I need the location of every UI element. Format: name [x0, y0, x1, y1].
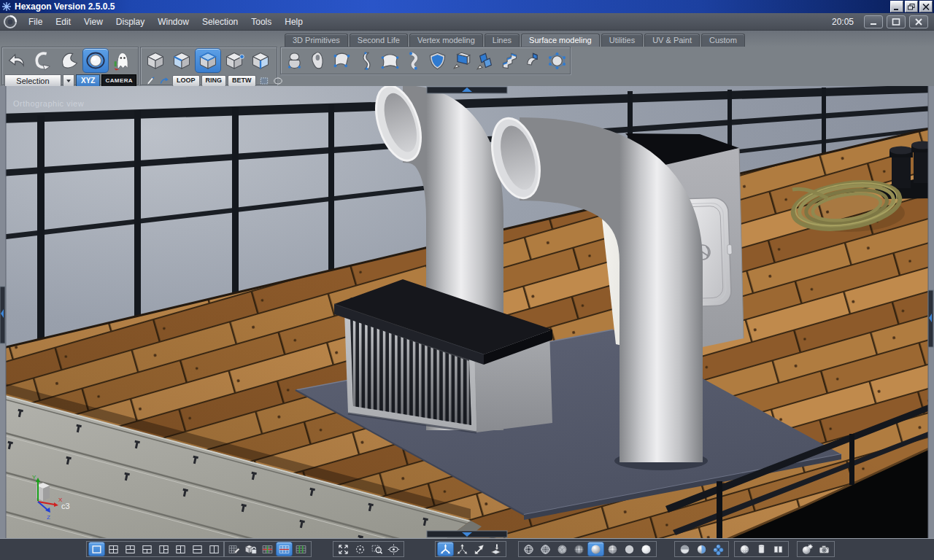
layout-two-left-button[interactable]: [172, 542, 189, 556]
smoothing-button[interactable]: [282, 48, 306, 73]
redo-arrow-button[interactable]: [30, 48, 56, 73]
titlebar-minimize-button[interactable]: [890, 1, 903, 12]
select-betw[interactable]: BETW: [228, 75, 256, 87]
sphere-wire-button[interactable]: [520, 542, 537, 556]
cube-point-mode-button[interactable]: [221, 48, 247, 73]
hide-ghost-button[interactable]: [109, 48, 135, 73]
tab-second-life[interactable]: Second Life: [350, 34, 408, 47]
move-tool-button[interactable]: [454, 542, 471, 556]
sphere-smooth-wire-button[interactable]: [604, 542, 621, 556]
cube-edge-mode-button[interactable]: [169, 48, 195, 73]
select-ring[interactable]: RING: [201, 75, 227, 87]
app-icon: [2, 2, 11, 11]
scene-canvas[interactable]: Y X Z c3 Orthographic view: [0, 86, 934, 538]
sphere-facet-wire-button[interactable]: [571, 542, 587, 556]
offset-stairs-button[interactable]: [498, 48, 522, 73]
tab-3d-primitives[interactable]: 3D Primitives: [285, 34, 348, 47]
tab-custom[interactable]: Custom: [701, 34, 745, 47]
layout-two-bottom-button[interactable]: [139, 542, 155, 556]
viewport-3d[interactable]: Y X Z c3 Orthographic view: [0, 86, 934, 538]
menu-file[interactable]: File: [22, 15, 49, 28]
sphere-select-button[interactable]: [82, 48, 109, 73]
drawer-handle-right[interactable]: [928, 290, 933, 347]
undo-arrow-button[interactable]: [4, 48, 30, 73]
sweep-profile-button[interactable]: [522, 48, 546, 73]
menu-tools[interactable]: Tools: [244, 15, 278, 28]
coons-surface-button[interactable]: [378, 48, 402, 73]
cube-object-mode-button[interactable]: [142, 48, 169, 73]
center-selection-button[interactable]: [352, 542, 368, 556]
marquee-ellipse-button[interactable]: [271, 74, 285, 87]
half-sphere-button[interactable]: [676, 542, 693, 556]
grid-xz-button[interactable]: [276, 542, 293, 556]
drop-tool-button[interactable]: [487, 542, 504, 556]
workspace-close-button[interactable]: [909, 15, 928, 28]
sphere-smooth-button[interactable]: [587, 542, 604, 556]
tab-surface-modeling[interactable]: Surface modeling: [521, 34, 600, 47]
grid-box-lock-button[interactable]: [242, 542, 259, 556]
thickness-button[interactable]: [306, 48, 331, 73]
cube-face-mode-button[interactable]: [195, 48, 221, 73]
gordon-surface-button[interactable]: [402, 48, 426, 73]
menu-display[interactable]: Display: [109, 15, 151, 28]
lasso-select-button[interactable]: [56, 48, 82, 73]
menu-edit[interactable]: Edit: [49, 15, 77, 28]
grow-selection-button[interactable]: [157, 74, 171, 87]
drawer-handle-bottom[interactable]: [427, 531, 507, 537]
scale-tool-button[interactable]: [471, 542, 487, 556]
layout-single-button[interactable]: [88, 542, 105, 556]
show-solid-button[interactable]: [753, 542, 770, 556]
look-at-button[interactable]: [385, 542, 402, 556]
camera-manipulator-button[interactable]: CAMERA: [101, 74, 136, 87]
grid-yz-button[interactable]: [293, 542, 309, 556]
cube-loop-mode-button[interactable]: [247, 48, 274, 73]
grid-xy-button[interactable]: [259, 542, 276, 556]
grid-edit-button[interactable]: [225, 542, 242, 556]
workspace-minimize-button[interactable]: [864, 15, 883, 28]
tab-uv-paint[interactable]: UV & Paint: [644, 34, 700, 47]
layout-quad-button[interactable]: [105, 542, 122, 556]
shield-smooth-button[interactable]: [426, 48, 450, 73]
select-loop[interactable]: LOOP: [172, 75, 200, 87]
fit-scene-button[interactable]: [335, 542, 352, 556]
xyz-manipulator-button[interactable]: XYZ: [76, 74, 100, 87]
sphere-bright-button[interactable]: [638, 542, 655, 556]
show-points-button[interactable]: [736, 542, 753, 556]
layout-two-right-button[interactable]: [155, 542, 172, 556]
drawer-handle-top[interactable]: [427, 87, 507, 93]
menu-help[interactable]: Help: [278, 15, 309, 28]
extract-faces-button[interactable]: [474, 48, 498, 73]
sphere-matte-button[interactable]: [621, 542, 638, 556]
workspace-maximize-button[interactable]: [887, 15, 906, 28]
tab-vertex-modeling[interactable]: Vertex modeling: [409, 34, 483, 47]
render-preview-button[interactable]: [799, 542, 816, 556]
menu-selection[interactable]: Selection: [196, 15, 244, 28]
sweep-line-button[interactable]: [354, 48, 378, 73]
selection-dropdown-arrow[interactable]: [63, 74, 74, 87]
sphere-cluster-button[interactable]: [710, 542, 727, 556]
sphere-wire-dense-button[interactable]: [537, 542, 554, 556]
universal-manipulator-button[interactable]: [437, 542, 454, 556]
marquee-rect-button[interactable]: [258, 74, 271, 87]
smoothing-control-button[interactable]: [545, 48, 569, 73]
layout-rows-button[interactable]: [189, 542, 206, 556]
tool-shelf: Selection XYZ CAMERA LOOPRINGBETW: [0, 47, 934, 86]
layout-cols-button[interactable]: [206, 542, 223, 556]
sphere-facet-button[interactable]: [554, 542, 571, 556]
drawer-handle-left[interactable]: [0, 287, 5, 343]
menu-window[interactable]: Window: [151, 15, 196, 28]
menu-view[interactable]: View: [77, 15, 109, 28]
selection-mode-dropdown[interactable]: Selection: [4, 74, 61, 87]
zoom-region-button[interactable]: [368, 542, 385, 556]
snapshot-camera-button[interactable]: [816, 542, 833, 556]
layout-two-top-button[interactable]: [122, 542, 139, 556]
ruled-surface-button[interactable]: [331, 48, 355, 73]
extrude-surface-button[interactable]: [449, 48, 474, 73]
tab-utilities[interactable]: Utilities: [601, 34, 643, 47]
smooth-range-button[interactable]: [693, 542, 710, 556]
titlebar-restore-button[interactable]: [905, 1, 918, 12]
pick-arrow-button[interactable]: [143, 74, 157, 87]
show-panels-button[interactable]: [770, 542, 787, 556]
tab-lines[interactable]: Lines: [485, 34, 520, 47]
titlebar-close-button[interactable]: [919, 1, 933, 12]
